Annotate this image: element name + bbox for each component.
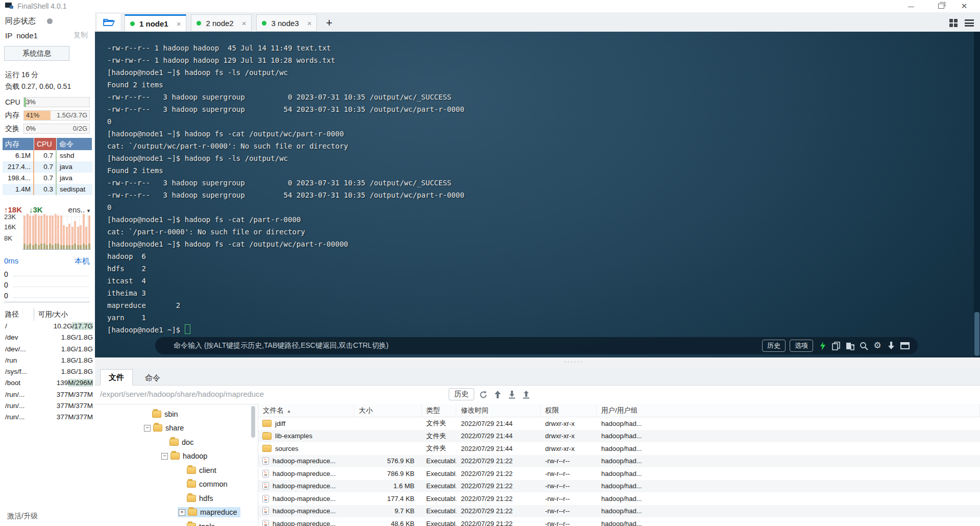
- disk-col-size[interactable]: 可用/大小: [34, 308, 94, 321]
- tree-node[interactable]: tools: [178, 521, 218, 526]
- process-table-body[interactable]: 6.1M0.7sshd217.4...0.7java198.4...0.7jav…: [3, 150, 92, 195]
- disk-table-header[interactable]: 路径 可用/大小: [2, 308, 94, 321]
- collapse-icon[interactable]: −: [161, 453, 168, 460]
- file-row[interactable]: lib-examples文件夹2022/07/29 21:44drwxr-xr-…: [258, 430, 980, 443]
- tree-item-share[interactable]: −share: [95, 421, 257, 436]
- folder-icon: [262, 433, 272, 440]
- options-button[interactable]: 选项: [790, 340, 813, 352]
- session-tab[interactable]: 3 node3×: [256, 14, 317, 32]
- file-name-cell: hadoop-mapreduce...: [258, 507, 354, 515]
- file-col-0[interactable]: 文件名▲: [258, 404, 354, 417]
- download-bar: [29, 244, 31, 249]
- file-col-4[interactable]: 权限: [541, 404, 597, 417]
- process-col-2[interactable]: 命令: [57, 138, 92, 150]
- tree-item-common[interactable]: common: [95, 477, 257, 492]
- disk-col-path[interactable]: 路径: [2, 308, 34, 321]
- window-mode-icon[interactable]: [900, 341, 910, 350]
- maximize-button[interactable]: [933, 0, 950, 12]
- activate-upgrade-link[interactable]: 激活/升级: [7, 512, 38, 521]
- file-row[interactable]: hadoop-mapreduce...177.4 KBExecutabl...2…: [258, 492, 980, 505]
- file-row[interactable]: hadoop-mapreduce...576.9 KBExecutabl...2…: [258, 455, 980, 468]
- file-mtime: 2022/07/29 21:44: [456, 420, 541, 427]
- file-col-2[interactable]: 类型: [422, 404, 456, 417]
- folder-icon: [152, 411, 161, 418]
- chart-bar: [63, 212, 65, 249]
- tree-item-hdfs[interactable]: hdfs: [95, 491, 257, 506]
- lightning-icon[interactable]: [818, 341, 827, 350]
- tree-item-hadoop[interactable]: −hadoop: [95, 449, 257, 464]
- gear-icon[interactable]: ⚙: [873, 341, 882, 350]
- session-tab[interactable]: 1 node1×: [125, 14, 186, 32]
- process-table-header[interactable]: 内存CPU命令: [3, 138, 92, 150]
- tree-item-tools[interactable]: tools: [95, 519, 257, 526]
- tree-node[interactable]: client: [178, 465, 219, 475]
- file-row[interactable]: jdiff文件夹2022/07/29 21:44drwxr-xr-xhadoop…: [258, 417, 980, 430]
- process-row[interactable]: 6.1M0.7sshd: [3, 150, 92, 161]
- file-col-5[interactable]: 用户/用户组: [597, 404, 980, 417]
- tree-node[interactable]: hdfs: [178, 493, 216, 504]
- tree-node[interactable]: doc: [160, 437, 197, 447]
- close-button[interactable]: ✕: [955, 0, 973, 12]
- paste-icon[interactable]: [845, 341, 854, 350]
- tree-item-sbin[interactable]: sbin: [95, 407, 257, 421]
- upload-icon[interactable]: [521, 390, 531, 400]
- hamburger-menu-icon[interactable]: [965, 19, 974, 28]
- arrow-down-icon[interactable]: [887, 341, 896, 350]
- tree-node[interactable]: common: [178, 479, 231, 489]
- tab-close-icon[interactable]: ×: [242, 19, 247, 28]
- file-col-3[interactable]: 修改时间: [456, 404, 541, 417]
- file-row[interactable]: hadoop-mapreduce...786.9 KBExecutabl...2…: [258, 467, 980, 480]
- disk-path: /run: [2, 355, 34, 366]
- layout-grid-icon[interactable]: [949, 19, 958, 27]
- tab-close-icon[interactable]: ×: [307, 19, 312, 28]
- process-row[interactable]: 1.4M0.3sedispat: [3, 184, 92, 195]
- download-icon[interactable]: [507, 390, 517, 400]
- file-row[interactable]: hadoop-mapreduce...48.6 KBExecutabl...20…: [258, 517, 980, 526]
- refresh-icon[interactable]: [478, 390, 488, 400]
- tree-node[interactable]: sbin: [143, 409, 181, 419]
- terminal-scrollbar-thumb[interactable]: [974, 312, 979, 356]
- process-table[interactable]: 内存CPU命令 6.1M0.7sshd217.4...0.7java198.4.…: [3, 138, 92, 195]
- up-directory-icon[interactable]: [493, 390, 503, 400]
- file-table-header[interactable]: 文件名▲大小类型修改时间权限用户/用户组: [258, 404, 980, 417]
- directory-tree[interactable]: sbin−sharedoc−hadoopclientcommonhdfs+map…: [95, 404, 257, 526]
- path-history-button[interactable]: 历史: [449, 388, 474, 400]
- history-button[interactable]: 历史: [762, 340, 786, 352]
- splitter-handle[interactable]: ······: [564, 357, 583, 365]
- tree-item-mapreduce[interactable]: +mapreduce: [95, 506, 257, 520]
- tab-files[interactable]: 文件: [100, 369, 133, 386]
- collapse-icon[interactable]: −: [144, 425, 151, 432]
- process-row[interactable]: 198.4...0.7java: [3, 173, 92, 184]
- command-input-hint[interactable]: 命令输入 (按ALT键提示历史,TAB键路径,ESC键返回,双击CTRL切换): [174, 341, 758, 350]
- search-icon[interactable]: [859, 341, 868, 350]
- tab-commands[interactable]: 命令: [137, 370, 168, 386]
- add-tab-button[interactable]: +: [322, 14, 336, 32]
- expand-icon[interactable]: +: [179, 509, 185, 516]
- tree-scrollbar-thumb[interactable]: [251, 406, 255, 438]
- minimize-button[interactable]: [902, 0, 920, 12]
- tree-item-doc[interactable]: doc: [95, 435, 257, 449]
- session-tab[interactable]: 2 node2×: [191, 14, 252, 32]
- terminal-screen[interactable]: -rw-r--r-- 1 hadoop hadoop 45 Jul 14 11:…: [95, 32, 980, 357]
- tree-node[interactable]: −hadoop: [160, 451, 210, 461]
- panel-splitter[interactable]: ······: [95, 357, 980, 368]
- file-col-1[interactable]: 大小: [354, 404, 422, 417]
- disk-table[interactable]: 路径 可用/大小 /10.2G/17.7G/dev1.8G/1.8G/dev/.…: [2, 308, 94, 423]
- terminal-scrollbar[interactable]: [974, 32, 980, 357]
- tree-node[interactable]: +mapreduce: [178, 507, 240, 517]
- file-row[interactable]: hadoop-mapreduce...9.7 KBExecutabl...202…: [258, 505, 980, 518]
- file-row[interactable]: hadoop-mapreduce...1.6 MBExecutabl...202…: [258, 480, 980, 493]
- copy-icon[interactable]: [831, 341, 841, 350]
- open-connection-button[interactable]: [97, 14, 120, 30]
- command-input-bar[interactable]: 命令输入 (按ALT键提示历史,TAB键路径,ESC键返回,双击CTRL切换) …: [155, 337, 918, 354]
- path-input[interactable]: /export/server/hadoop/share/hadoop/mapre…: [100, 390, 264, 398]
- tree-item-client[interactable]: client: [95, 463, 257, 477]
- tab-close-icon[interactable]: ×: [177, 19, 181, 28]
- system-info-button[interactable]: 系统信息: [4, 46, 69, 61]
- process-row[interactable]: 217.4...0.7java: [3, 161, 92, 173]
- file-row[interactable]: sources文件夹2022/07/29 21:44drwxr-xr-xhado…: [258, 442, 980, 455]
- process-col-1[interactable]: CPU: [34, 138, 57, 150]
- process-col-0[interactable]: 内存: [3, 138, 34, 150]
- copy-ip-button[interactable]: 复制: [74, 31, 88, 40]
- tree-node[interactable]: −share: [143, 423, 187, 433]
